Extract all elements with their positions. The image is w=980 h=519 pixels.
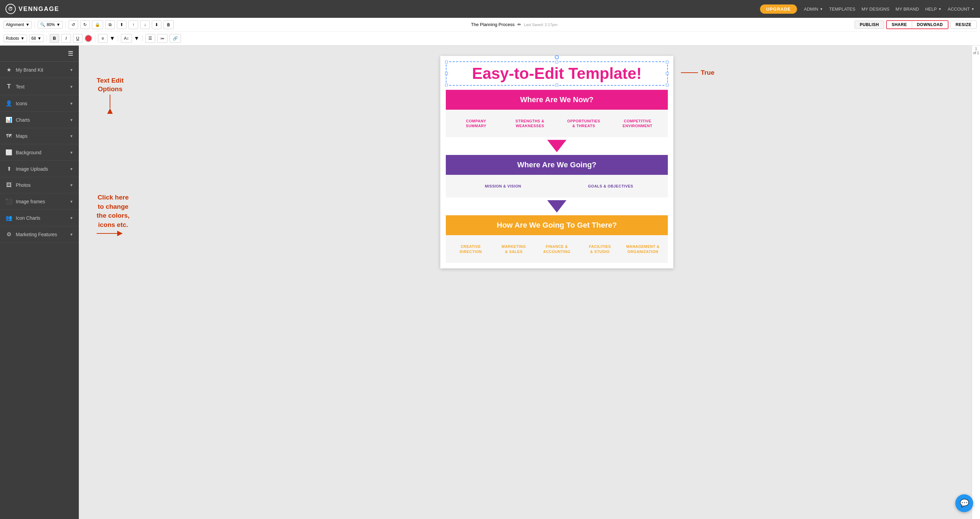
charts-icon: 📊 <box>5 116 12 123</box>
align-left-button[interactable]: ≡ <box>98 34 108 43</box>
annotation-line-true <box>681 72 698 73</box>
nav-my-brand[interactable]: MY BRAND <box>896 6 919 12</box>
copy-button[interactable]: ⧉ <box>105 20 115 29</box>
sidebar-label-my-brand-kit: My Brand Kit <box>16 67 43 73</box>
title-selected-wrapper[interactable]: Easy-to-Edit Template! <box>446 61 668 86</box>
nav-my-designs[interactable]: MY DESIGNS <box>861 6 889 12</box>
nav-templates[interactable]: TEMPLATES <box>829 6 855 12</box>
sidebar-item-image-frames[interactable]: ⬛ Image frames ▼ <box>0 193 79 210</box>
underline-button[interactable]: U <box>73 34 83 43</box>
logo: ⏱ VENNGAGE <box>5 4 59 14</box>
sidebar-item-image-uploads[interactable]: ⬆ Image Uploads ▼ <box>0 161 79 177</box>
icons-arrow-icon: ▼ <box>70 102 73 105</box>
redo-button[interactable]: ↻ <box>80 20 90 29</box>
sidebar-label-background: Background <box>16 150 41 155</box>
sidebar-item-photos[interactable]: 🖼 Photos ▼ <box>0 177 79 193</box>
sidebar-item-background[interactable]: ⬜ Background ▼ <box>0 144 79 161</box>
separator-2 <box>65 21 66 28</box>
font-family-select[interactable]: Roboto ▼ <box>3 35 27 42</box>
section-2-col-2: GOALS & OBJECTIVES <box>557 181 664 191</box>
handle-top-right[interactable] <box>666 60 668 64</box>
delete-button[interactable]: 🗑 <box>164 20 174 29</box>
section-3-col-3: FINANCE &ACCOUNTING <box>535 241 578 257</box>
nav-help[interactable]: HELP ▼ <box>925 6 942 12</box>
undo-button[interactable]: ↺ <box>68 20 78 29</box>
separator-3 <box>46 35 47 42</box>
rotate-handle[interactable] <box>555 55 559 59</box>
list-unordered-button[interactable]: ☰ <box>145 34 155 43</box>
nav-account[interactable]: ACCOUNT ▼ <box>948 6 975 12</box>
sidebar-item-charts[interactable]: 📊 Charts ▼ <box>0 112 79 128</box>
image-frames-icon: ⬛ <box>5 198 12 205</box>
logo-icon: ⏱ <box>5 4 16 14</box>
sidebar-label-marketing-features: Marketing Features <box>16 232 57 237</box>
section-1-header: Where Are We Now? <box>446 90 668 110</box>
up-button[interactable]: ↑ <box>129 20 138 29</box>
zoom-select[interactable]: 🔍 80% ▼ <box>38 21 63 29</box>
resize-button[interactable]: RESIZE <box>951 21 977 29</box>
upgrade-button[interactable]: UPGRADE <box>760 5 797 14</box>
marketing-features-arrow-icon: ▼ <box>70 232 73 237</box>
text-size-button[interactable]: A↕ <box>121 34 132 43</box>
section-3: How Are We Going To Get There? CREATIVED… <box>446 215 668 263</box>
background-icon: ⬜ <box>5 149 12 156</box>
move-up-button[interactable]: ⬆ <box>117 20 126 29</box>
download-button[interactable]: DOWNLOAD <box>912 21 948 29</box>
handle-top-center[interactable] <box>555 60 558 64</box>
move-down-button[interactable]: ⬇ <box>152 20 161 29</box>
annotation-click-here: Click hereto changethe colors,icons etc. <box>97 193 129 229</box>
section-3-col-1-label: CREATIVEDIRECTION <box>452 244 490 254</box>
icon-charts-arrow-icon: ▼ <box>70 216 73 220</box>
sidebar-item-icons[interactable]: 👤 Icons ▼ <box>0 95 79 112</box>
font-size-select[interactable]: 68 ▼ <box>29 35 44 42</box>
publish-button[interactable]: PUBLISH <box>854 21 884 29</box>
text-size-arrow-icon: ▼ <box>134 35 140 41</box>
sidebar-label-icon-charts: Icon Charts <box>16 215 40 221</box>
image-uploads-icon: ⬆ <box>5 166 12 172</box>
sidebar-item-maps[interactable]: 🗺 Maps ▼ <box>0 128 79 144</box>
section-3-col-1: CREATIVEDIRECTION <box>449 241 492 257</box>
sidebar-label-photos: Photos <box>16 182 31 188</box>
arrow-down-purple-icon <box>547 200 566 213</box>
section-1-col-2-label: STRENGTHS &WEAKNESSES <box>506 119 554 129</box>
nav-admin[interactable]: ADMIN ▼ <box>804 6 823 12</box>
bold-button[interactable]: B <box>50 34 59 43</box>
link-button[interactable]: 🔗 <box>170 34 181 43</box>
charts-arrow-icon: ▼ <box>70 118 73 122</box>
canvas-main-title[interactable]: Easy-to-Edit Template! <box>449 65 664 82</box>
down-button[interactable]: ↓ <box>140 20 150 29</box>
handle-top-left[interactable] <box>445 60 448 64</box>
handle-bottom-center[interactable] <box>555 84 558 86</box>
alignment-select[interactable]: Alignment ▼ <box>3 21 32 29</box>
sidebar-item-marketing-features[interactable]: ⚙ Marketing Features ▼ <box>0 226 79 243</box>
section-3-header: How Are We Going To Get There? <box>446 215 668 235</box>
section-3-col-4-label: FACILITIES& STUDIO <box>581 244 619 254</box>
section-3-columns: CREATIVEDIRECTION MARKETING& SALES FINAN… <box>446 235 668 263</box>
handle-bottom-left[interactable] <box>445 84 448 86</box>
handle-mid-right[interactable] <box>666 72 668 75</box>
main-area: ☰ ★ My Brand Kit ▼ T Text ▼ 👤 Icons ▼ <box>0 46 980 519</box>
section-2-columns: MISSION & VISION GOALS & OBJECTIVES <box>446 175 668 197</box>
marketing-features-icon: ⚙ <box>5 231 12 237</box>
edit-title-icon[interactable]: ✏ <box>517 22 521 27</box>
italic-button[interactable]: I <box>61 34 71 43</box>
list-ordered-button[interactable]: ≔ <box>157 34 167 43</box>
annotation-true-area: True <box>681 69 714 76</box>
toolbar: Alignment ▼ 🔍 80% ▼ ↺ ↻ 🔒 ⧉ ⬆ ↑ ↓ ⬇ 🗑 Th… <box>0 18 980 46</box>
chat-bubble[interactable]: 💬 <box>955 494 973 512</box>
hamburger-icon[interactable]: ☰ <box>68 50 73 57</box>
share-button[interactable]: SHARE <box>887 21 912 29</box>
sidebar-item-icon-charts[interactable]: 👥 Icon Charts ▼ <box>0 210 79 226</box>
handle-mid-left[interactable] <box>445 72 448 75</box>
icon-charts-icon: 👥 <box>5 215 12 221</box>
right-scroll[interactable]: 1 of 1 <box>972 46 980 519</box>
text-color-button[interactable] <box>84 35 92 42</box>
alignment-arrow-icon: ▼ <box>25 22 29 27</box>
separator-5 <box>118 35 118 42</box>
doc-title-area: The Planning Process ✏ Last Saved: 2:17p… <box>176 22 853 27</box>
sidebar-item-my-brand-kit[interactable]: ★ My Brand Kit ▼ <box>0 62 79 78</box>
handle-bottom-right[interactable] <box>666 84 668 86</box>
sidebar-item-text[interactable]: T Text ▼ <box>0 78 79 95</box>
lock-button[interactable]: 🔒 <box>92 20 103 29</box>
image-uploads-arrow-icon: ▼ <box>70 167 73 171</box>
